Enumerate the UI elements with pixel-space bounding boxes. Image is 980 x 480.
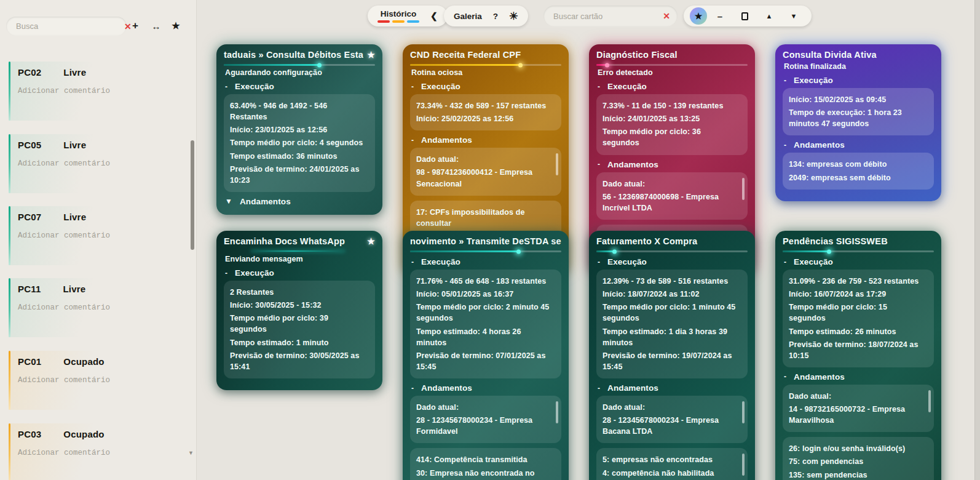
- card-title-row: taduais » Consulta Débitos Estad★: [224, 50, 375, 60]
- info-row: Tempo médio por ciclo: 36 segundos: [603, 126, 739, 148]
- pc-item-header: PC01Ocupado: [9, 351, 186, 367]
- routine-card[interactable]: novimento » Transmite DeSTDA sen-Execuçã…: [403, 231, 569, 480]
- info-row: 7.33% - 11 de 150 - 139 restantes: [603, 100, 739, 111]
- section-toggle[interactable]: -Andamentos: [411, 383, 560, 393]
- info-row: 71.76% - 465 de 648 - 183 restantes: [416, 276, 553, 287]
- pc-list-item[interactable]: PC11LivreAdicionar comentário: [9, 278, 186, 337]
- routine-card[interactable]: taduais » Consulta Débitos Estad★Aguarda…: [216, 44, 382, 215]
- pc-list-item[interactable]: PC05LivreAdicionar comentário: [9, 134, 186, 193]
- section-toggle[interactable]: -Execução: [784, 76, 933, 85]
- info-row: Tempo médio por ciclo: 39 segundos: [230, 313, 366, 335]
- collapse-minus-icon: -: [598, 384, 600, 393]
- info-panel: 134: empresas com débito2049: empresas s…: [783, 153, 934, 189]
- pc-list-item[interactable]: PC01OcupadoAdicionar comentário: [9, 351, 186, 410]
- favorite-star-icon[interactable]: ★: [367, 50, 375, 60]
- card-status: Aguardando configuração: [225, 68, 374, 77]
- info-row: 2049: empresas sem débito: [789, 172, 925, 183]
- info-row: Tempo médio por ciclo: 2 minuto 45 segun…: [416, 302, 553, 324]
- section-toggle[interactable]: -Execução: [784, 257, 933, 266]
- section-toggle[interactable]: -Andamentos: [784, 372, 933, 382]
- panel-scrollbar-thumb[interactable]: [556, 153, 558, 175]
- help-button[interactable]: ?: [493, 12, 498, 21]
- card-title-row: Diagnóstico Fiscal: [596, 50, 748, 60]
- routine-card[interactable]: Consulta Divida AtivaRotina finalizada-E…: [775, 44, 941, 201]
- info-row: 14 - 98732165000732 - Empresa Maravilhos…: [789, 404, 925, 426]
- pc-status-label: Livre: [63, 212, 86, 222]
- routine-card[interactable]: Faturamento X Compra-Execução12.39% - 73…: [589, 231, 755, 480]
- info-row: 26: login e/ou senha inválido(s): [789, 443, 925, 454]
- card-search-input[interactable]: [553, 12, 663, 21]
- section-toggle[interactable]: -Execução: [225, 82, 374, 91]
- collapse-minus-icon: -: [411, 258, 414, 266]
- card-title-row: CND Receita Federal CPF: [410, 50, 561, 60]
- pc-name: PC03: [18, 429, 41, 439]
- panel-scrollbar-thumb[interactable]: [742, 454, 745, 476]
- section-toggle[interactable]: -Execução: [225, 268, 374, 278]
- routine-card[interactable]: Encaminha Docs WhatsApp★Enviando mensage…: [216, 231, 382, 390]
- sidebar-search[interactable]: ✕: [6, 17, 127, 36]
- sidebar-scrollbar-thumb[interactable]: [191, 140, 194, 250]
- section-toggle[interactable]: ▼Andamentos: [225, 197, 374, 206]
- scroll-down-button[interactable]: ▼: [782, 12, 805, 20]
- sidebar-scroll-down-icon[interactable]: ▼: [188, 450, 194, 456]
- pc-list-item[interactable]: PC07LivreAdicionar comentário: [9, 206, 186, 265]
- panel-scrollbar-thumb[interactable]: [556, 401, 558, 423]
- section-label: Execução: [607, 82, 647, 91]
- add-comment-field[interactable]: Adicionar comentário: [9, 376, 186, 385]
- favorites-toggle-button[interactable]: ★: [690, 7, 707, 25]
- resize-sidebar-button[interactable]: ↔: [148, 17, 165, 34]
- maximize-button[interactable]: [733, 12, 756, 20]
- section-toggle[interactable]: -Execução: [411, 257, 560, 266]
- section-toggle[interactable]: -Execução: [411, 82, 560, 91]
- sidebar-scrollbar[interactable]: ▼: [190, 58, 195, 471]
- clear-card-search-icon[interactable]: ✕: [663, 12, 670, 20]
- progress-bar: [224, 64, 375, 66]
- add-comment-field[interactable]: Adicionar comentário: [9, 87, 186, 95]
- info-row: 17: CPFs impossibilitados de consultar: [416, 207, 553, 229]
- info-panel: Dado atual:28 - 12345678000234 - Empresa…: [410, 396, 561, 443]
- panel-scrollbar-thumb[interactable]: [742, 401, 745, 423]
- progress-bar: [596, 64, 748, 66]
- tab-historico[interactable]: Histórico: [377, 9, 419, 23]
- card-search[interactable]: ✕: [543, 6, 678, 26]
- pc-list-item[interactable]: PC02LivreAdicionar comentário: [9, 62, 186, 121]
- info-row: 63.40% - 946 de 1492 - 546 Restantes: [230, 100, 366, 122]
- routine-card[interactable]: Pendências SIGISSWEB-Execução31.09% - 23…: [775, 231, 941, 480]
- collapse-left-icon[interactable]: ❮: [430, 11, 438, 21]
- collapse-minus-icon: -: [411, 136, 414, 145]
- panel-scrollbar-thumb[interactable]: [928, 390, 931, 412]
- tab-historico-label: Histórico: [381, 9, 417, 18]
- section-toggle[interactable]: -Execução: [598, 82, 746, 91]
- section-label: Andamentos: [794, 372, 845, 382]
- favorite-star-icon[interactable]: ★: [367, 236, 375, 246]
- progress-bar: [224, 250, 375, 252]
- info-row: Tempo médio por ciclo: 1 minuto 45 segun…: [603, 302, 739, 324]
- section-toggle[interactable]: -Andamentos: [411, 135, 560, 145]
- section-label: Execução: [235, 82, 274, 91]
- info-panel: Dado atual:98 - 98741236000412 - Empresa…: [410, 148, 561, 195]
- add-comment-field[interactable]: Adicionar comentário: [9, 449, 186, 457]
- info-row: Dado atual:: [603, 178, 739, 190]
- section-toggle[interactable]: -Andamentos: [598, 383, 746, 393]
- card-title: Diagnóstico Fiscal: [596, 50, 748, 60]
- add-comment-field[interactable]: Adicionar comentário: [9, 303, 186, 312]
- add-comment-field[interactable]: Adicionar comentário: [9, 231, 186, 240]
- section-toggle[interactable]: -Andamentos: [598, 160, 746, 169]
- theme-sun-icon[interactable]: ☀: [509, 10, 518, 23]
- panel-scrollbar-thumb[interactable]: [742, 178, 745, 200]
- add-pc-button[interactable]: +: [127, 17, 144, 34]
- sidebar-search-input[interactable]: [16, 22, 124, 31]
- card-title: Pendências SIGISSWEB: [783, 236, 934, 246]
- add-comment-field[interactable]: Adicionar comentário: [9, 159, 186, 168]
- favorites-filter-button[interactable]: ★: [167, 17, 184, 34]
- window-scrollbar[interactable]: [974, 0, 980, 480]
- pc-list-item[interactable]: PC03OcupadoAdicionar comentário: [9, 423, 186, 480]
- section-toggle[interactable]: -Execução: [598, 257, 746, 266]
- pc-status-label: Livre: [63, 140, 86, 150]
- minimize-button[interactable]: –: [708, 11, 732, 22]
- section-toggle[interactable]: -Andamentos: [784, 140, 933, 150]
- scroll-up-button[interactable]: ▲: [757, 12, 781, 20]
- pc-item-header: PC02Livre: [9, 62, 186, 78]
- tab-galeria[interactable]: Galeria: [454, 12, 482, 21]
- historico-underline: [377, 20, 419, 23]
